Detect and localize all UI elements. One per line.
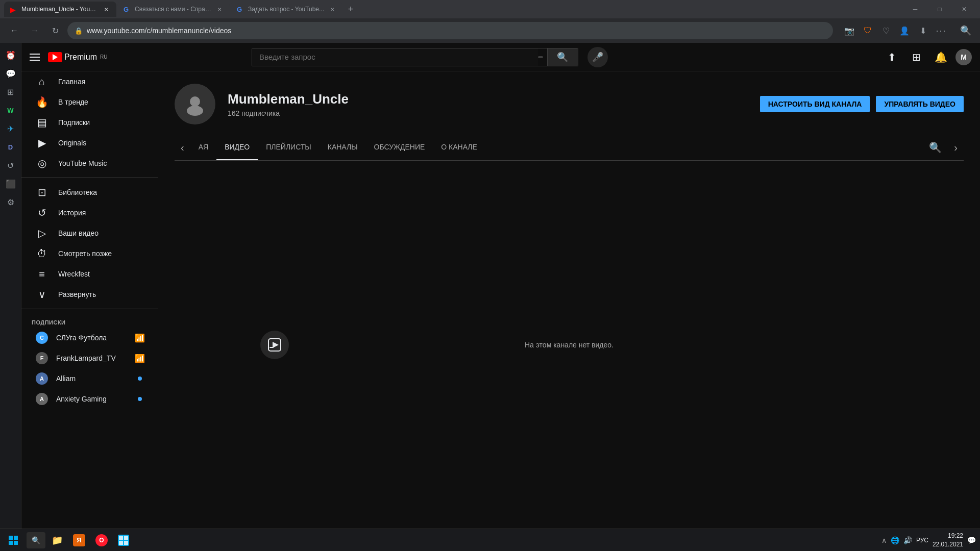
taskbar-search[interactable]: 🔍	[27, 532, 45, 548]
tab3-close[interactable]: ✕	[328, 5, 336, 13]
browser-tab-3[interactable]: G Задать вопрос - YouTube... ✕	[231, 2, 342, 17]
address-bar[interactable]: 🔒 www.youtube.com/c/mumblemanuncle/video…	[67, 22, 833, 39]
tray-language[interactable]: РУС	[916, 537, 928, 544]
yt-search-area: 🔍 🎤	[251, 47, 608, 67]
os-box-icon[interactable]: ⬛	[3, 176, 19, 192]
notifications-button[interactable]: 🔔	[931, 47, 951, 67]
sidebar-item-library[interactable]: ⊡ Библиотека	[26, 182, 154, 203]
trending-icon: 🔥	[36, 96, 48, 108]
taskbar-system-tray: ∧ 🌐 🔊 РУС 19:22 22.01.2021 💬	[881, 532, 976, 549]
customize-channel-button[interactable]: НАСТРОИТЬ ВИД КАНАЛА	[760, 96, 870, 112]
os-clock-icon[interactable]: ⏰	[3, 47, 19, 63]
windows-media-icon	[118, 535, 129, 546]
svg-rect-10	[119, 536, 123, 540]
sidebar-item-music[interactable]: ◎ YouTube Music	[26, 153, 154, 173]
new-tab-button[interactable]: +	[344, 2, 358, 16]
taskbar-opera[interactable]: O	[91, 531, 112, 549]
forward-button[interactable]: →	[27, 22, 43, 39]
browser-tab-1[interactable]: ▶ Mumbleman_Uncle - YouT... ✕	[4, 2, 116, 17]
sidebar-item-subscriptions[interactable]: ▤ Подписки	[26, 112, 154, 133]
tray-date-value: 22.01.2021	[933, 540, 963, 549]
taskbar-yandex[interactable]: Я	[69, 531, 89, 549]
channel-actions: НАСТРОИТЬ ВИД КАНАЛА УПРАВЛЯТЬ ВИДЕО	[760, 96, 964, 112]
download-icon[interactable]: ⬇	[915, 22, 931, 39]
sidebar-item-history[interactable]: ↺ История	[26, 203, 154, 223]
upload-button[interactable]: ⬆	[882, 47, 902, 67]
sidebar-item-wreckfest[interactable]: ≡ Wreckfest	[26, 264, 154, 284]
close-button[interactable]: ✕	[952, 2, 976, 17]
shield-icon[interactable]: 🛡	[860, 22, 876, 39]
channel-tab-about[interactable]: О КАНАЛЕ	[433, 135, 485, 160]
channel-tabs-prev[interactable]: ‹	[175, 135, 190, 160]
svg-rect-12	[119, 541, 123, 545]
channel-tab-discussion[interactable]: ОБСУЖДЕНИЕ	[366, 135, 433, 160]
yt-logo[interactable]: PremiumRU	[48, 52, 107, 62]
minimize-button[interactable]: ─	[903, 2, 927, 17]
tab2-close[interactable]: ✕	[215, 5, 224, 13]
maximize-button[interactable]: □	[928, 2, 951, 17]
watch-later-icon: ⏱	[36, 248, 48, 260]
file-explorer-icon: 📁	[52, 535, 63, 546]
os-telegram-icon[interactable]: ✈	[3, 120, 19, 137]
camera-icon[interactable]: 📷	[841, 22, 857, 39]
user-avatar-button[interactable]: M	[955, 49, 972, 65]
taskbar-windows-media[interactable]	[114, 531, 133, 549]
subscription-alliam[interactable]: A Alliam	[26, 368, 154, 389]
sub-dot-badge-alliam	[136, 374, 144, 383]
channel-tabs-search[interactable]: 🔍	[923, 135, 948, 160]
start-button[interactable]	[4, 531, 22, 549]
tray-volume-icon[interactable]: 🔊	[903, 536, 912, 544]
sidebar-divider-2	[21, 309, 158, 309]
sidebar-item-watch-later[interactable]: ⏱ Смотреть позже	[26, 243, 154, 264]
sidebar-label-library: Библиотека	[58, 188, 97, 196]
tray-notification-icon[interactable]: 💬	[967, 536, 976, 544]
sidebar-item-trending[interactable]: 🔥 В тренде	[26, 92, 154, 112]
sidebar-item-your-videos[interactable]: ▷ Ваши видео	[26, 223, 154, 243]
yt-logo-icon	[48, 52, 62, 62]
hamburger-menu[interactable]	[30, 54, 40, 61]
tab1-close[interactable]: ✕	[102, 5, 110, 13]
os-settings-icon[interactable]: ⚙	[3, 194, 19, 210]
refresh-button[interactable]: ↻	[47, 22, 63, 39]
channel-tab-videos[interactable]: ВИДЕО	[216, 135, 258, 160]
svg-rect-8	[14, 541, 18, 545]
os-discord-icon[interactable]: D	[3, 139, 19, 155]
search-button[interactable]: 🔍	[958, 22, 974, 39]
os-chat-icon[interactable]: 💬	[3, 65, 19, 82]
subscription-frank[interactable]: F FrankLampard_TV 📶	[26, 348, 154, 368]
os-whatsapp-icon[interactable]: W	[3, 102, 19, 118]
back-button[interactable]: ←	[6, 22, 22, 39]
yt-search-input[interactable]	[252, 48, 538, 66]
tray-network-icon[interactable]: 🌐	[891, 536, 899, 544]
sub-live-badge-frank: 📶	[136, 354, 144, 362]
taskbar: 🔍 📁 Я O ∧ 🌐 🔊 РУС 19:22 22.01.2021 💬	[0, 529, 980, 551]
channel-tab-playlists[interactable]: ПЛЕЙЛИСТЫ	[258, 135, 320, 160]
sidebar-item-home[interactable]: ⌂ Главная	[26, 71, 154, 92]
os-apps-icon[interactable]: ⊞	[3, 84, 19, 100]
sidebar-item-originals[interactable]: ▶ Originals	[26, 133, 154, 153]
sidebar-item-expand[interactable]: ∨ Развернуть	[26, 284, 154, 305]
sidebar-label-your-videos: Ваши видео	[58, 229, 99, 237]
yt-body: ⌂ Главная 🔥 В тренде ▤ Подписки ▶ Origin…	[21, 71, 980, 529]
tray-show-hidden[interactable]: ∧	[881, 536, 887, 544]
sub-dot-badge-anxiety	[136, 395, 144, 403]
manage-videos-button[interactable]: УПРАВЛЯТЬ ВИДЕО	[876, 96, 964, 112]
opera-icon: O	[95, 534, 108, 546]
browser-tab-2[interactable]: G Связаться с нами - Справ... ✕	[117, 2, 230, 17]
profile-icon[interactable]: 👤	[896, 22, 913, 39]
channel-tab-channels[interactable]: КАНАЛЫ	[320, 135, 366, 160]
apps-grid-button[interactable]: ⊞	[906, 47, 927, 67]
tab-bar: ▶ Mumbleman_Uncle - YouT... ✕ G Связатьс…	[0, 0, 980, 18]
subscription-slug-football[interactable]: С СЛУга Футбола 📶	[26, 328, 154, 348]
os-history-icon[interactable]: ↺	[3, 157, 19, 173]
yt-search-button[interactable]: 🔍	[547, 48, 578, 66]
channel-tabs-next[interactable]: ›	[948, 135, 964, 160]
channel-tab-main[interactable]: АЯ	[190, 135, 216, 160]
sidebar-label-music: YouTube Music	[58, 159, 107, 167]
subscription-anxiety[interactable]: A Anxiety Gaming	[26, 389, 154, 409]
menu-icon[interactable]: ···	[933, 22, 949, 39]
taskbar-file-explorer[interactable]: 📁	[47, 531, 67, 549]
heart-icon[interactable]: ♡	[878, 22, 894, 39]
tray-datetime[interactable]: 19:22 22.01.2021	[933, 532, 963, 549]
yt-mic-button[interactable]: 🎤	[587, 47, 608, 67]
